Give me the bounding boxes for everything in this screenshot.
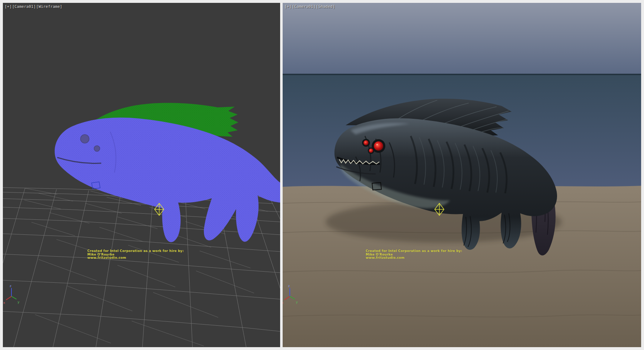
max-viewport-layout: z x y [+][Camera01][Wireframe] Created f… [0,0,644,350]
horizon-line [283,74,641,75]
axis-y-label: y [296,300,298,304]
shaded-canvas[interactable]: z x y [283,3,641,347]
viewport-label-right: [+][Camera01][Shaded] [284,4,335,9]
viewport-pov-menu[interactable]: [Camera01] [12,4,36,9]
viewport-label-left: [+][Camera01][Wireframe] [5,4,63,9]
red-eye-large [374,141,383,151]
viewport-shading-menu[interactable]: [Shaded] [316,4,335,9]
eye-specular [376,144,378,145]
axis-y-label: y [18,300,20,304]
red-eye-upper [364,140,369,145]
axis-z-label: z [10,284,11,288]
fish-eye-spot-large [80,135,89,143]
fish-eye-spot-small [94,146,100,151]
watermark-line-3: www.fritzstudio.com [366,256,462,260]
viewport-general-menu[interactable]: [+] [5,4,12,9]
viewport-shaded[interactable]: z x y [+][Camera01][Shaded] Created for … [283,3,641,347]
sky-background [283,3,641,74]
credit-watermark: Created for Intel Corporation as a work … [87,249,184,260]
viewport-pov-menu[interactable]: [Camera01] [292,4,316,9]
credit-watermark: Created for Intel Corporation as a work … [366,249,462,260]
axis-x-label: x [3,301,5,305]
red-eye-lower [369,149,373,153]
axis-z-label: z [288,284,290,288]
watermark-line-3: www.fritzstudio.com [87,256,184,260]
viewport-shading-menu[interactable]: [Wireframe] [36,4,62,9]
viewport-wireframe[interactable]: z x y [+][Camera01][Wireframe] Created f… [3,3,280,347]
wireframe-canvas[interactable]: z x y [3,3,280,347]
viewport-general-menu[interactable]: [+] [284,4,292,9]
